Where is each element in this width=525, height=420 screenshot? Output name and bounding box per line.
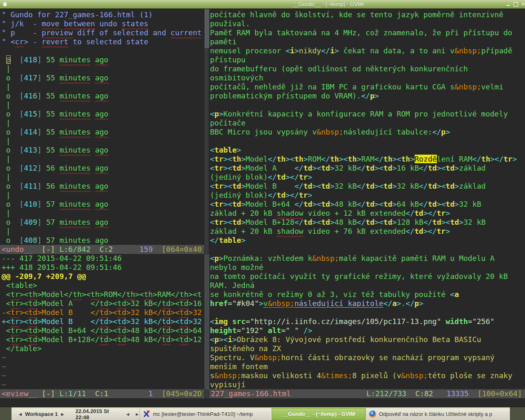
gundo-line: |: [2, 137, 204, 146]
taskbar-nav: ◀ ▶: [126, 408, 139, 420]
buffer-line: [210, 245, 525, 254]
buffer-line: </table>: [210, 236, 525, 245]
buffer-line: na tomto počítači využít ty grafické rež…: [210, 272, 525, 281]
diff-line: <tr><td>Model B+128</td><td>48 kB</td><t…: [2, 335, 204, 344]
gundo-line: " Gundo for 227_games-166.html (1): [2, 10, 204, 19]
buffer-line: přístupu: [210, 55, 525, 64]
diff-line: <tr><td>Model B+64 </td><td>48 kB</td><t…: [2, 326, 204, 335]
buffer-line: vypisují: [210, 380, 525, 389]
gundo-line: |: [2, 209, 204, 218]
gundo-line: |: [2, 191, 204, 200]
scrollbar-thumb[interactable]: [205, 255, 209, 389]
task-label: __Gundo__ - (~/temp) - GVIM: [282, 411, 355, 417]
diff-line: <table>: [2, 281, 204, 290]
diff-line: </table>: [2, 344, 204, 353]
gundo-line: [2, 46, 204, 55]
buffer-line: <p>Konkrétní kapacity a konfigurace RAM …: [210, 110, 525, 119]
diff-line: ~: [2, 353, 204, 362]
buffer-line: [210, 100, 525, 110]
preview-statusline: <eview__ [-] L:1/11 C:1 1 [045=0x2D]: [0, 389, 204, 398]
buffer-line: základ + 20 kB shadow video + 12 kB exte…: [210, 209, 525, 218]
gundo-line: o [414] 55 minutes ago: [2, 128, 204, 137]
buffer-line: BBC Micro jsou vypsány v&nbsp;následujíc…: [210, 128, 525, 137]
buffer-line: [210, 308, 525, 317]
buffer-line: <tr><th>Model</th><th>ROM</th><th>RAM</t…: [210, 155, 525, 164]
buffer-line: se konkrétně o režimy 0 až 3, viz též ta…: [210, 290, 525, 299]
buffer-statusline: 227_games-166.html L:212/733 C:82 13335 …: [209, 389, 525, 398]
minimize-button[interactable]: [506, 2, 511, 7]
nav-next-icon[interactable]: ▶: [136, 412, 139, 416]
buffer-line: (jediný blok)</td></tr>: [210, 191, 525, 200]
gundo-line: |: [2, 155, 204, 164]
nav-prev-icon[interactable]: ◀: [126, 412, 129, 416]
gundo-preview-panel[interactable]: --- 417 2015-04-22 09:51:46+++ 418 2015-…: [0, 254, 204, 389]
buffer-line: <tr><td>Model A </td><td>32 kB</td><td>1…: [210, 164, 525, 173]
buffer-line: <p>Poznámka: vzhledem k&nbsp;malé kapaci…: [210, 254, 525, 263]
scrollbar-thumb[interactable]: [205, 9, 209, 48]
diff-line: -<tr><td>Model B </td><td>32 kB</td><td>…: [2, 308, 204, 317]
taskbar-left-applet: [0, 407, 11, 420]
gundo-line: @ [418] 55 minutes ago: [2, 55, 204, 64]
workspace-next-icon[interactable]: ▶: [61, 412, 64, 416]
file-buffer-panel[interactable]: počítače hlavně do školství, kde se tent…: [209, 10, 525, 389]
taskbar: ◀ Workspace 1 ▶ 22.04.2015 St 22:48 ◀ ▶ …: [0, 407, 525, 420]
gundo-line: |: [2, 119, 204, 128]
task-button-firefox[interactable]: Odpověď na názor k článku Užitečné skrip…: [365, 408, 510, 420]
gundo-line: o [416] 55 minutes ago: [2, 91, 204, 100]
buffer-line: <p><i>Obrázek 8: Vývojové prostředí konk…: [210, 335, 525, 344]
buffer-line: height="192" alt=" " />: [210, 326, 525, 335]
window-title: __Gundo__ - (~/temp) - GVIM: [230, 1, 427, 7]
diff-line: <tr><th>Model</th><th>ROM</th><th>RAM</t…: [2, 290, 204, 299]
diff-line: +<tr><td>Model B </td><td>32 kB</td><td>…: [2, 317, 204, 326]
workspace-label: Workspace 1: [25, 411, 58, 417]
diff-line: --- 417 2015-04-22 09:51:46: [2, 254, 204, 263]
buffer-line: <tr><td>Model B+128</td><td>48 kB</td><t…: [210, 218, 525, 227]
maximize-icon: [514, 2, 518, 7]
gundo-line: o [409] 57 minutes ago: [2, 218, 204, 227]
close-button[interactable]: ✕: [520, 2, 525, 7]
workspace-switcher[interactable]: ◀ Workspace 1 ▶: [12, 408, 71, 420]
buffer-line: osmibitových: [210, 73, 525, 82]
maximize-button[interactable]: [513, 2, 518, 7]
buffer-line: (jediný blok)</td></tr>: [210, 173, 525, 182]
gundo-line: " p - preview diff of selected and curre…: [2, 28, 204, 37]
buffer-line: RAM. Jedná: [210, 281, 525, 290]
diff-line: ~: [2, 371, 204, 380]
gundo-line: o [408] 57 minutes ago: [2, 236, 204, 245]
buffer-line: počítačů, nehledě již na IBM PC a grafic…: [210, 82, 525, 91]
diff-line: <tr><td>Model A </td><td>32 kB</td><td>1…: [2, 299, 204, 308]
buffer-line: Paměť RAM byla taktovaná na 4 MHz, což z…: [210, 28, 525, 37]
gundo-line: |: [2, 227, 204, 236]
buffer-line: menším fontem: [210, 362, 525, 371]
gundo-statusline: <undo__ [-] L:6/842 C:2 159 [064=0x40]: [0, 245, 204, 254]
buffer-line: <table>: [210, 146, 525, 155]
task-button-gvim-active[interactable]: __Gundo__ - (~/temp) - GVIM: [272, 408, 365, 420]
buffer-line: <img src="http://i.iinfo.cz/images/105/p…: [210, 317, 525, 326]
buffer-line: problematickým přístupem do VRAM).</p>: [210, 91, 525, 100]
gundo-line: |: [2, 173, 204, 182]
buffer-line: do framebufferu (opět odlišnost od někte…: [210, 64, 525, 73]
titlebar[interactable]: __Gundo__ - (~/temp) - GVIM ✕: [0, 0, 525, 9]
gvim-window-icon: [3, 2, 7, 6]
buffer-line: paměti: [210, 37, 525, 46]
gvim-content: " Gundo for 227_games-166.html (1)" j/k …: [0, 9, 525, 407]
vim-command-line[interactable]: [0, 398, 525, 407]
buffer-line: <tr><td>Model B </td><td>32 kB</td><td>3…: [210, 182, 525, 191]
task-button-mc[interactable]: mc [tester@tester-ThinkPad-T410]:~/temp: [139, 408, 272, 420]
gundo-line: " j/k - move between undo states: [2, 19, 204, 28]
diff-line: @@ -209,7 +209,7 @@: [2, 272, 204, 281]
buffer-line: s&nbsp;maskou velikosti 4&times;8 pixelů…: [210, 371, 525, 380]
vertical-scrollbar[interactable]: [204, 9, 209, 398]
diff-line: ~: [2, 362, 204, 371]
gundo-line: o [410] 57 minutes ago: [2, 200, 204, 209]
gundo-line: o [411] 56 minutes ago: [2, 182, 204, 191]
xterm-icon: [143, 411, 150, 418]
taskbar-right-applet: [510, 407, 525, 420]
gundo-tree-panel[interactable]: " Gundo for 227_games-166.html (1)" j/k …: [0, 10, 204, 245]
workspace-prev-icon[interactable]: ◀: [19, 412, 22, 416]
firefox-icon: [369, 411, 376, 418]
buffer-line: spuštěného na ZX: [210, 344, 525, 353]
gundo-line: |: [2, 82, 204, 91]
gundo-line: o [412] 56 minutes ago: [2, 164, 204, 173]
gundo-line: o [417] 55 minutes ago: [2, 73, 204, 82]
